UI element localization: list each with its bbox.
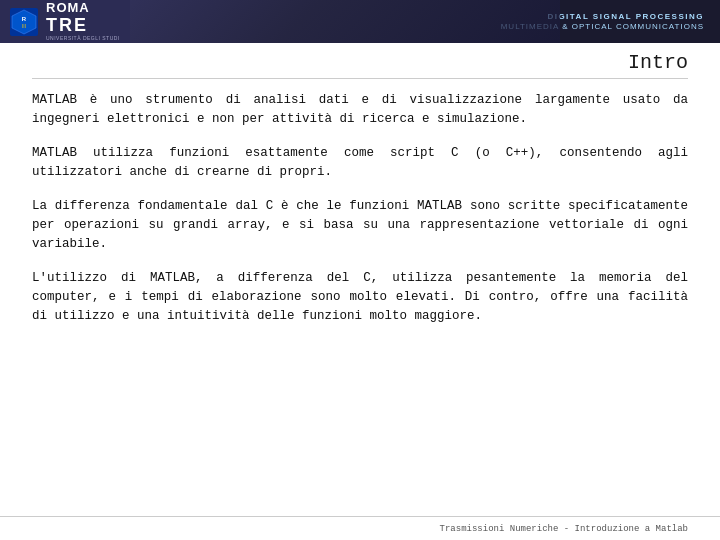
main-content: Intro MATLAB è uno strumento di analisi … <box>0 43 720 516</box>
logo-subtext-label: UNIVERSITÀ DEGLI STUDI <box>46 36 120 42</box>
roma-tre-logo-icon: R III <box>8 6 40 38</box>
logo-section: R III ROMA TRE UNIVERSITÀ DEGLI STUDI <box>0 0 130 43</box>
logo-text: ROMA TRE UNIVERSITÀ DEGLI STUDI <box>46 1 120 42</box>
svg-text:R: R <box>22 16 27 22</box>
title-section: Intro <box>32 51 688 79</box>
paragraph-1: MATLAB è uno strumento di analisi dati e… <box>32 91 688 130</box>
logo-roma-label: ROMA <box>46 1 120 15</box>
logo-tre-label: TRE <box>46 16 120 36</box>
header-bg-pattern <box>130 0 560 43</box>
paragraph-2: MATLAB utilizza funzioni esattamente com… <box>32 144 688 183</box>
paragraph-4: L'utilizzo di MATLAB, a differenza del C… <box>32 269 688 327</box>
paragraph-3: La differenza fondamentale dal C è che l… <box>32 197 688 255</box>
slide-container: R III ROMA TRE UNIVERSITÀ DEGLI STUDI DI… <box>0 0 720 540</box>
footer-text: Trasmissioni Numeriche - Introduzione a … <box>440 524 688 534</box>
header-title-line1: DIGITAL SIGNAL PROCESSING <box>547 12 704 21</box>
header: R III ROMA TRE UNIVERSITÀ DEGLI STUDI DI… <box>0 0 720 43</box>
body-content: MATLAB è uno strumento di analisi dati e… <box>32 85 688 508</box>
footer: Trasmissioni Numeriche - Introduzione a … <box>0 516 720 540</box>
slide-title: Intro <box>628 51 688 74</box>
svg-text:III: III <box>22 23 26 29</box>
